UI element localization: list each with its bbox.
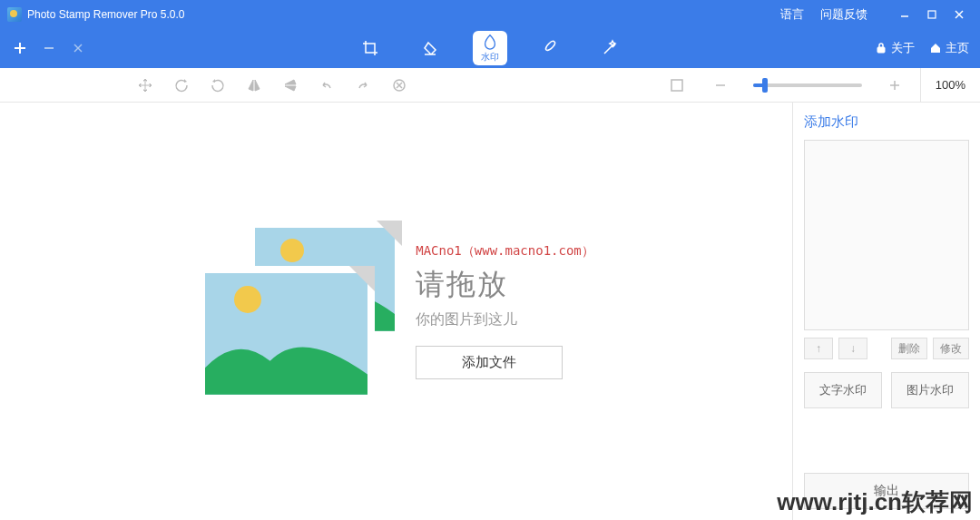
- flip-v-button[interactable]: [272, 68, 309, 103]
- delete-button[interactable]: 删除: [891, 338, 927, 359]
- svg-rect-1: [928, 11, 936, 18]
- close-tab-button[interactable]: [64, 34, 93, 63]
- drop-title: 请拖放: [416, 265, 508, 305]
- drop-zone: MACno1（www.macno1.com） 请拖放 你的图片到这儿 添加文件: [198, 221, 594, 402]
- zoom-slider-thumb[interactable]: [762, 78, 768, 93]
- move-down-button[interactable]: ↓: [838, 338, 867, 359]
- overlay-watermark: MACno1（www.macno1.com）: [416, 243, 594, 260]
- feedback-link[interactable]: 问题反馈: [820, 6, 867, 23]
- zoom-out-button[interactable]: [702, 68, 739, 103]
- magic-wand-tool[interactable]: [593, 31, 627, 65]
- language-link[interactable]: 语言: [780, 6, 804, 23]
- add-file-button[interactable]: 添加文件: [416, 346, 563, 379]
- home-icon: [929, 42, 942, 54]
- watermark-tool-label: 水印: [481, 51, 499, 64]
- eraser-tool[interactable]: [413, 31, 447, 65]
- close-button[interactable]: [946, 5, 973, 24]
- content-area: MACno1（www.macno1.com） 请拖放 你的图片到这儿 添加文件 …: [0, 103, 980, 520]
- minimize-button[interactable]: [891, 5, 918, 24]
- app-title: Photo Stamp Remover Pro 5.0.0: [27, 8, 184, 21]
- export-button[interactable]: 输出: [804, 473, 969, 509]
- app-icon: [7, 7, 22, 22]
- text-watermark-button[interactable]: 文字水印: [804, 372, 882, 408]
- svg-rect-13: [671, 80, 682, 91]
- move-tool[interactable]: [127, 68, 163, 103]
- rotate-cw-button[interactable]: [163, 68, 200, 103]
- svg-rect-9: [877, 47, 885, 53]
- photo-illustration: [198, 221, 397, 402]
- flip-h-button[interactable]: [236, 68, 272, 103]
- zoom-level: 100%: [920, 68, 980, 103]
- main-toolbar: 水印 关于 主页: [0, 28, 980, 68]
- fit-screen-button[interactable]: [659, 68, 695, 103]
- maximize-button[interactable]: [918, 5, 946, 24]
- brush-tool[interactable]: [533, 31, 567, 65]
- titlebar: Photo Stamp Remover Pro 5.0.0 语言 问题反馈: [0, 0, 980, 28]
- reset-button[interactable]: [381, 68, 417, 103]
- remove-tab-button[interactable]: [34, 34, 64, 63]
- canvas-area[interactable]: MACno1（www.macno1.com） 请拖放 你的图片到这儿 添加文件: [0, 103, 792, 520]
- zoom-slider[interactable]: [753, 83, 862, 87]
- crop-tool[interactable]: [353, 31, 387, 65]
- sidebar-title: 添加水印: [804, 113, 969, 131]
- lock-icon: [875, 42, 887, 54]
- image-watermark-button[interactable]: 图片水印: [891, 372, 969, 408]
- about-link[interactable]: 关于: [875, 40, 915, 56]
- watermark-preview: [804, 140, 969, 330]
- zoom-in-button[interactable]: [877, 68, 913, 103]
- watermark-tool[interactable]: 水印: [473, 31, 507, 65]
- secondary-toolbar: 100%: [0, 68, 980, 103]
- rotate-ccw-button[interactable]: [200, 68, 236, 103]
- redo-button[interactable]: [345, 68, 381, 103]
- drop-subtitle: 你的图片到这儿: [416, 310, 517, 329]
- right-sidebar: 添加水印 ↑ ↓ 删除 修改 文字水印 图片水印 输出: [792, 103, 980, 520]
- titlebar-left: Photo Stamp Remover Pro 5.0.0: [7, 7, 780, 22]
- move-up-button[interactable]: ↑: [804, 338, 833, 359]
- add-tab-button[interactable]: [5, 34, 34, 63]
- modify-button[interactable]: 修改: [933, 338, 969, 359]
- home-link[interactable]: 主页: [929, 40, 969, 56]
- undo-button[interactable]: [309, 68, 345, 103]
